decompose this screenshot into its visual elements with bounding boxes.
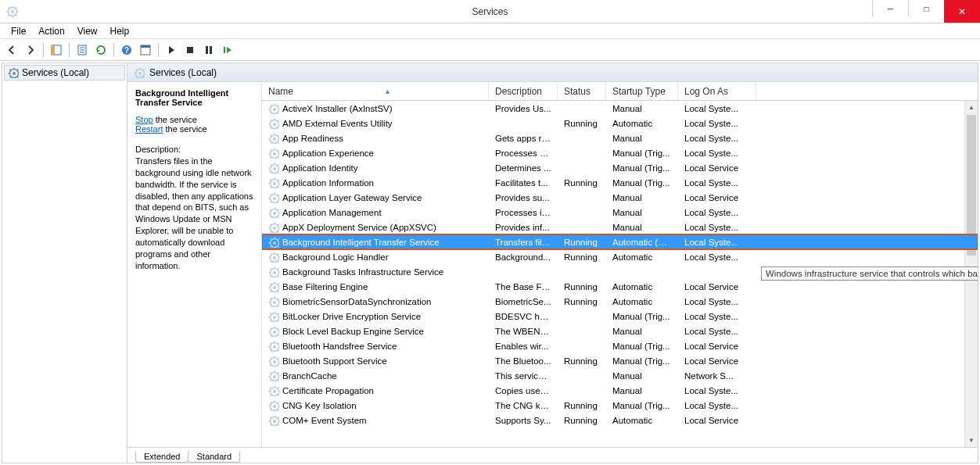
gear-icon bbox=[268, 341, 279, 352]
table-row[interactable]: BiometricSensorDataSynchronizationBiomet… bbox=[262, 294, 978, 309]
service-desc: Background... bbox=[489, 252, 558, 262]
service-startup: Automatic (D... bbox=[606, 238, 678, 247]
gear-icon bbox=[268, 400, 279, 411]
table-row[interactable]: Application ExperienceProcesses a...Manu… bbox=[262, 145, 978, 160]
table-row[interactable]: Certificate PropagationCopies user ...Ma… bbox=[262, 383, 978, 398]
service-startup: Manual bbox=[606, 193, 678, 202]
table-row[interactable]: Application IdentityDetermines ...Manual… bbox=[262, 160, 978, 175]
properties-button[interactable] bbox=[137, 41, 154, 59]
tab-extended[interactable]: Extended bbox=[135, 451, 188, 463]
service-logon: Local Syste... bbox=[678, 401, 756, 410]
service-name: Background Intelligent Transfer Service bbox=[282, 238, 440, 247]
table-row[interactable]: BranchCacheThis service ...ManualNetwork… bbox=[262, 368, 978, 383]
service-name: COM+ Event System bbox=[282, 416, 367, 425]
service-name: Certificate Propagation bbox=[282, 386, 374, 395]
stop-link[interactable]: Stop bbox=[135, 115, 153, 124]
service-desc: Provides Us... bbox=[489, 104, 558, 113]
gear-icon bbox=[268, 177, 279, 188]
service-status: Running bbox=[558, 401, 606, 410]
gear-icon bbox=[268, 118, 279, 129]
maximize-button[interactable]: □ bbox=[908, 0, 944, 17]
table-row[interactable]: AppX Deployment Service (AppXSVC)Provide… bbox=[262, 220, 978, 234]
table-row[interactable]: Application Layer Gateway ServiceProvide… bbox=[262, 190, 978, 205]
table-row[interactable]: Application ManagementProcesses in...Man… bbox=[262, 205, 978, 220]
table-row[interactable]: Base Filtering EngineThe Base Fil...Runn… bbox=[262, 279, 978, 294]
service-logon: Local Service bbox=[678, 163, 756, 173]
gear-icon bbox=[268, 103, 279, 114]
gear-icon bbox=[134, 67, 145, 78]
gear-icon bbox=[268, 266, 279, 277]
service-desc: Gets apps re... bbox=[489, 134, 558, 143]
tree-item-services-local[interactable]: Services (Local) bbox=[4, 65, 125, 80]
back-button[interactable] bbox=[3, 41, 20, 59]
service-desc: The WBENG... bbox=[489, 327, 558, 336]
service-startup: Manual (Trig... bbox=[606, 148, 678, 158]
tab-standard[interactable]: Standard bbox=[188, 451, 240, 463]
scroll-up-button[interactable]: ▲ bbox=[965, 101, 978, 114]
service-desc: The CNG ke... bbox=[489, 401, 558, 410]
table-row[interactable]: AMD External Events UtilityRunningAutoma… bbox=[262, 116, 978, 131]
service-startup: Manual bbox=[606, 134, 678, 143]
menu-help[interactable]: Help bbox=[104, 24, 136, 38]
service-name: App Readiness bbox=[282, 134, 343, 143]
gear-icon bbox=[268, 237, 279, 248]
service-startup: Manual (Trig... bbox=[606, 312, 678, 321]
minimize-button[interactable]: ─ bbox=[872, 0, 908, 17]
svg-rect-29 bbox=[141, 45, 150, 48]
service-logon: Local Syste... bbox=[678, 104, 756, 113]
menu-action[interactable]: Action bbox=[32, 24, 70, 38]
column-name[interactable]: Name▲ bbox=[262, 82, 489, 100]
service-name: Bluetooth Support Service bbox=[282, 356, 387, 366]
table-row[interactable]: CNG Key IsolationThe CNG ke...RunningMan… bbox=[262, 398, 978, 413]
tree-item-label: Services (Local) bbox=[22, 67, 89, 78]
right-header: Services (Local) bbox=[127, 63, 978, 82]
service-desc: Processes a... bbox=[489, 148, 558, 158]
table-row[interactable]: Bluetooth Handsfree ServiceEnables wir..… bbox=[262, 338, 978, 353]
service-logon: Local Syste... bbox=[678, 297, 756, 306]
refresh-button[interactable] bbox=[92, 41, 109, 59]
service-name: Application Layer Gateway Service bbox=[282, 193, 422, 202]
gear-icon bbox=[268, 148, 279, 159]
restart-link[interactable]: Restart bbox=[135, 124, 163, 134]
table-row[interactable]: App ReadinessGets apps re...ManualLocal … bbox=[262, 131, 978, 145]
show-hide-tree-button[interactable] bbox=[48, 41, 65, 59]
table-row[interactable]: COM+ Event SystemSupports Sy...RunningAu… bbox=[262, 413, 978, 427]
table-row[interactable]: ActiveX Installer (AxInstSV)Provides Us.… bbox=[262, 101, 978, 116]
service-name: Base Filtering Engine bbox=[282, 282, 368, 292]
service-desc: Copies user ... bbox=[489, 386, 558, 395]
service-name: Application Information bbox=[282, 178, 374, 188]
service-logon: Local Service bbox=[678, 193, 756, 202]
pause-button[interactable] bbox=[200, 41, 217, 59]
restart-button[interactable] bbox=[219, 41, 236, 59]
start-button[interactable] bbox=[163, 41, 180, 59]
column-logon[interactable]: Log On As bbox=[678, 82, 756, 100]
service-name: Application Identity bbox=[282, 163, 358, 173]
gear-icon bbox=[268, 192, 279, 203]
detail-title: Background Intelligent Transfer Service bbox=[135, 88, 253, 107]
service-name: Block Level Backup Engine Service bbox=[282, 327, 424, 336]
service-logon: Local Syste... bbox=[678, 119, 756, 128]
table-row[interactable]: Application InformationFacilitates t...R… bbox=[262, 175, 978, 190]
stop-button[interactable] bbox=[181, 41, 199, 59]
export-button[interactable] bbox=[74, 41, 91, 59]
forward-button[interactable] bbox=[22, 41, 39, 59]
column-startup[interactable]: Startup Type bbox=[606, 82, 678, 100]
column-status[interactable]: Status bbox=[558, 82, 606, 100]
service-logon: Local Service bbox=[678, 282, 756, 292]
help-button[interactable]: ? bbox=[118, 41, 135, 59]
menu-file[interactable]: File bbox=[5, 24, 32, 38]
table-row[interactable]: Bluetooth Support ServiceThe Bluetoo...R… bbox=[262, 353, 978, 368]
table-row[interactable]: Background Intelligent Transfer ServiceT… bbox=[262, 234, 978, 249]
close-button[interactable]: ✕ bbox=[944, 0, 980, 23]
service-logon: Local Syste... bbox=[678, 208, 756, 217]
right-pane: Services (Local) Background Intelligent … bbox=[127, 63, 978, 463]
service-list[interactable]: Name▲ Description Status Startup Type Lo… bbox=[262, 82, 978, 447]
table-row[interactable]: Background Logic HandlerBackground...Run… bbox=[262, 249, 978, 264]
menu-view[interactable]: View bbox=[71, 24, 104, 38]
table-row[interactable]: BitLocker Drive Encryption ServiceBDESVC… bbox=[262, 309, 978, 324]
scroll-down-button[interactable]: ▼ bbox=[965, 434, 978, 447]
list-header: Name▲ Description Status Startup Type Lo… bbox=[262, 82, 978, 101]
table-row[interactable]: Block Level Backup Engine ServiceThe WBE… bbox=[262, 324, 978, 338]
svg-rect-33 bbox=[224, 47, 225, 53]
column-description[interactable]: Description bbox=[489, 82, 558, 100]
